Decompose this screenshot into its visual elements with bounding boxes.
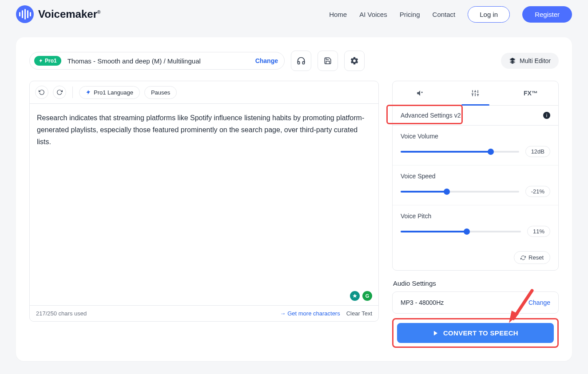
pro-badge: Pro1 [34, 56, 61, 66]
bolt-icon [86, 90, 91, 95]
pro1-language-chip[interactable]: Pro1 Language [79, 86, 140, 99]
tab-advanced[interactable] [448, 81, 503, 105]
headphones-icon [297, 56, 306, 65]
svg-marker-9 [434, 331, 437, 335]
voice-name: Thomas - Smooth and deep (M) / Multiling… [68, 57, 249, 65]
nav-links: Home AI Voices Pricing Contact Log in Re… [329, 6, 572, 23]
save-icon [324, 57, 332, 65]
nav-ai-voices[interactable]: AI Voices [359, 11, 387, 18]
settings-button[interactable] [344, 51, 365, 71]
play-icon [433, 330, 439, 336]
voice-pitch-block: Voice Pitch 11% [393, 205, 558, 245]
voice-volume-slider[interactable] [401, 151, 519, 153]
redo-icon [56, 89, 63, 95]
voice-volume-label: Voice Volume [401, 133, 550, 140]
advanced-settings-row: Advanced Settings v2 i [393, 106, 558, 126]
tab-fx[interactable]: FX™ [503, 81, 558, 105]
voice-volume-block: Voice Volume 12dB [393, 126, 558, 165]
layers-icon [509, 57, 516, 64]
arrow-right-icon: → [280, 310, 286, 317]
brand-logo-icon [16, 5, 34, 23]
advanced-settings-label: Advanced Settings v2 [401, 112, 461, 119]
voice-pitch-slider[interactable] [401, 231, 521, 232]
top-nav: Voicemaker® Home AI Voices Pricing Conta… [0, 0, 588, 28]
tab-voice-effects[interactable] [393, 81, 448, 105]
speaker-icon [416, 89, 424, 97]
audio-format-selector[interactable]: MP3 - 48000Hz Change [392, 291, 559, 314]
main-card: Pro1 Thomas - Smooth and deep (M) / Mult… [16, 37, 572, 361]
assistant-badge-icon[interactable] [350, 291, 360, 301]
voice-change-link[interactable]: Change [255, 57, 278, 64]
voice-speed-block: Voice Speed -21% [393, 165, 558, 205]
voice-selector[interactable]: Pro1 Thomas - Smooth and deep (M) / Mult… [29, 52, 285, 70]
voice-volume-value: 12dB [525, 146, 550, 157]
voice-speed-value: -21% [525, 186, 550, 197]
audio-change-link[interactable]: Change [528, 299, 550, 306]
get-more-characters-link[interactable]: → Get more characters [280, 310, 340, 317]
gear-icon [350, 56, 359, 65]
multi-editor-button[interactable]: Multi Editor [501, 53, 559, 69]
text-input[interactable] [37, 112, 371, 298]
brand-name: Voicemaker® [38, 8, 100, 20]
voice-pitch-label: Voice Pitch [401, 213, 550, 220]
grammarly-badge-icon[interactable]: G [362, 291, 372, 301]
register-button[interactable]: Register [522, 6, 572, 23]
editor-column: Pro1 Language Pauses G [29, 81, 379, 322]
undo-button[interactable] [35, 86, 48, 99]
clear-text-link[interactable]: Clear Text [346, 310, 372, 317]
editor-box: Pro1 Language Pauses G [29, 81, 379, 322]
top-row: Pro1 Thomas - Smooth and deep (M) / Mult… [29, 51, 559, 71]
editor-body: G [30, 104, 378, 305]
login-button[interactable]: Log in [468, 6, 510, 23]
audio-settings-label: Audio Settings [393, 280, 558, 287]
refresh-icon [520, 255, 526, 260]
voice-pitch-value: 11% [527, 226, 550, 237]
settings-panel: FX™ Advanced Settings v2 i Voice Volume [392, 81, 559, 271]
sliders-icon [471, 89, 479, 97]
char-counter: 217/250 chars used [36, 310, 87, 317]
reset-button[interactable]: Reset [514, 251, 550, 264]
headphones-button[interactable] [291, 51, 311, 71]
nav-pricing[interactable]: Pricing [400, 11, 420, 18]
convert-to-speech-button[interactable]: CONVERT TO SPEECH [397, 323, 554, 343]
redo-button[interactable] [53, 86, 66, 99]
voice-speed-slider[interactable] [401, 191, 519, 193]
info-icon[interactable]: i [543, 112, 550, 119]
toolbar-divider [72, 87, 73, 98]
voice-speed-label: Voice Speed [401, 173, 550, 180]
annotation-highlight-convert: CONVERT TO SPEECH [392, 318, 559, 348]
nav-home[interactable]: Home [329, 11, 347, 18]
settings-tabs: FX™ [393, 81, 558, 106]
brand[interactable]: Voicemaker® [16, 5, 100, 23]
audio-format-value: MP3 - 48000Hz [401, 299, 444, 306]
settings-column: FX™ Advanced Settings v2 i Voice Volume [392, 81, 559, 348]
pauses-chip[interactable]: Pauses [144, 86, 177, 99]
editor-footer: 217/250 chars used → Get more characters… [30, 305, 378, 321]
save-button[interactable] [318, 51, 338, 71]
nav-contact[interactable]: Contact [433, 11, 456, 18]
undo-icon [39, 89, 45, 95]
editor-toolbar: Pro1 Language Pauses [30, 81, 378, 104]
